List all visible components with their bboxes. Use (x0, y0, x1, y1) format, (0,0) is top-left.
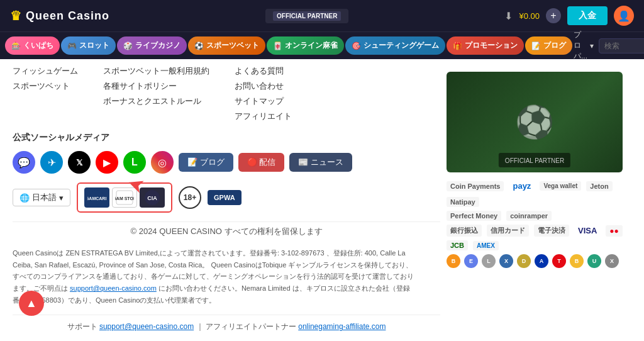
mastercard-icon: ●● (606, 225, 623, 237)
sidebar-item-live[interactable]: 🎲 ライブカジノ (117, 36, 187, 55)
cia-badge[interactable]: CIA (140, 187, 165, 208)
logo[interactable]: ♛ Queen Casino (10, 8, 109, 23)
sidebar-item-promo[interactable]: 🎁 プロモーション (447, 36, 524, 55)
payment-row-3: 銀行振込 信用カード 電子決済 VISA ●● (447, 225, 623, 237)
usdt-icon: U (587, 254, 601, 268)
fish-game-link[interactable]: フィッシュゲーム (13, 65, 78, 77)
two-column-layout: フィッシュゲーム スポーツベット スポーツベット一般利用規約 各種サイトポリシー… (13, 65, 631, 332)
site-policy-link[interactable]: 各種サイトポリシー (103, 81, 209, 92)
amex-icon: AMEX (473, 241, 499, 250)
propa-label: プロパ... (574, 30, 587, 62)
trx-icon: T (552, 254, 566, 268)
header-center: OFFICIAL PARTNER (117, 9, 497, 23)
instagram-icon[interactable]: ◎ (151, 151, 174, 174)
sidebar-item-blog[interactable]: 📝 ブログ (525, 36, 572, 55)
partner-image-area: OFFICIAL PARTNER ⚽ (447, 72, 623, 172)
svg-text:CIA: CIA (147, 195, 157, 201)
balance-display: ¥0.00 (519, 11, 540, 21)
other-crypto-icon: X (605, 254, 619, 268)
affiliate-label: アフィリエイトパートナー (206, 322, 296, 331)
doge-icon: D (517, 254, 531, 268)
social-title: 公式ソーシャルメディア (13, 132, 440, 143)
btc-icon: B (447, 254, 460, 268)
lang-flag-icon: 🌐 (19, 193, 30, 203)
visa-icon: VISA (574, 225, 601, 237)
nav-search-area: プロパ... ▾ (574, 30, 644, 62)
sports-terms-link[interactable]: スポーツベット一般利用規約 (103, 65, 209, 77)
payz-icon: payz (509, 180, 535, 192)
bottom-badges-row: 🌐 日本語 ▾ GAMCARE (13, 182, 440, 213)
links-col-1: フィッシュゲーム スポーツベット (13, 65, 78, 122)
gamstop-logo-icon: GAM STOP (115, 189, 134, 206)
gamstop-badge[interactable]: GAM STOP (112, 187, 137, 208)
promo-label: プロモーション (465, 40, 518, 51)
sidebar-item-mahjong[interactable]: 🀄 オンライン麻雀 (267, 36, 344, 55)
age-restriction-badge: 18+ (179, 186, 201, 209)
line-icon[interactable]: L (123, 151, 146, 174)
affiliate-link[interactable]: アフィリエイト (235, 111, 292, 122)
cia-logo-icon: CIA (142, 189, 163, 206)
propa-menu[interactable]: プロパ... ▾ (574, 30, 594, 62)
sidebar-item-shooting[interactable]: 🎯 シューティングゲーム (345, 36, 445, 55)
user-avatar[interactable]: 👤 (614, 6, 634, 26)
twitter-icon[interactable]: 𝕏 (68, 151, 91, 174)
player-silhouettes: ⚽ (515, 104, 554, 140)
svg-text:GAM STOP: GAM STOP (115, 196, 134, 201)
bonus-rules-link[interactable]: ボーナスとクエストルール (103, 96, 209, 107)
sidebar-item-sports[interactable]: ⚽ スポーツベット (188, 36, 265, 55)
news-button[interactable]: 📰 ニュース (289, 153, 352, 172)
stream-button[interactable]: 🔴 配信 (238, 153, 285, 172)
payment-row-2: Perfect Money coinramper (447, 211, 623, 221)
support-email-link-footer[interactable]: support@queen-casino.com (99, 322, 194, 331)
svg-text:GAMCARE: GAMCARE (87, 196, 106, 201)
discord-icon[interactable]: 💬 (13, 151, 35, 174)
support-label: サポート (67, 322, 97, 331)
gamcare-badge[interactable]: GAMCARE (84, 187, 109, 208)
support-email-link-legal[interactable]: support@queen-casino.com (70, 284, 157, 292)
header-right: ⬇ ¥0.00 + 入金 👤 (504, 6, 634, 26)
crypto-row: B E L X D A T B U X (447, 254, 623, 268)
kuihachi-label: くいぱち (23, 40, 53, 51)
sitemap-link[interactable]: サイトマップ (235, 96, 292, 107)
gpwa-badge[interactable]: GPWA (208, 190, 242, 205)
navbar: 🎰 くいぱち 🎮 スロット 🎲 ライブカジノ ⚽ スポーツベット 🀄 オンライン… (0, 31, 644, 59)
ada-icon: A (535, 254, 548, 268)
main-content: フィッシュゲーム スポーツベット スポーツベット一般利用規約 各種サイトポリシー… (0, 59, 644, 341)
download-icon[interactable]: ⬇ (504, 10, 513, 22)
sports-icon: ⚽ (194, 42, 204, 50)
partner-banner: OFFICIAL PARTNER (265, 9, 348, 23)
sidebar-item-slots[interactable]: 🎮 スロット (61, 36, 116, 55)
header: ♛ Queen Casino OFFICIAL PARTNER ⬇ ¥0.00 … (0, 0, 644, 31)
chevron-icon: ▾ (59, 193, 64, 203)
scroll-to-top-button[interactable]: ▲ (19, 291, 44, 316)
telegram-icon[interactable]: ✈ (40, 151, 63, 174)
bnb-icon: B (570, 254, 584, 268)
jeton-icon: Jeton (586, 181, 612, 191)
footer-support: サポート support@queen-casino.com ｜ アフィリエイトパ… (13, 315, 440, 332)
mahjong-label: オンライン麻雀 (285, 40, 338, 51)
credit-card-icon: 信用カード (487, 225, 529, 237)
blog-label: ブログ (543, 40, 566, 51)
lang-label: 日本語 (32, 192, 57, 203)
chevron-down-icon: ▾ (590, 42, 594, 50)
cert-badges-wrapper: GAMCARE GAM STOP (77, 182, 172, 213)
youtube-icon[interactable]: ▶ (96, 151, 118, 174)
language-selector[interactable]: 🌐 日本語 ▾ (13, 189, 70, 206)
add-funds-button[interactable]: + (546, 8, 561, 23)
perfect-money-icon: Perfect Money (447, 211, 501, 221)
links-col-3: よくある質問 お問い合わせ サイトマップ アフィリエイト (235, 65, 292, 122)
contact-link[interactable]: お問い合わせ (235, 81, 292, 92)
slots-icon: 🎮 (67, 42, 77, 50)
search-input[interactable] (599, 38, 644, 53)
sidebar-item-kuihachi[interactable]: 🎰 くいぱち (5, 36, 60, 55)
eth-icon: E (464, 254, 478, 268)
affiliate-email-link[interactable]: onlinegaming-affiliate.com (298, 322, 386, 331)
blog-button[interactable]: 📝 ブログ (179, 153, 233, 172)
faq-link[interactable]: よくある質問 (235, 65, 292, 77)
e-payment-icon: 電子決済 (534, 225, 569, 237)
sports-bet-link[interactable]: スポーツベット (13, 81, 78, 92)
links-section: フィッシュゲーム スポーツベット スポーツベット一般利用規約 各種サイトポリシー… (13, 65, 440, 122)
social-section: 公式ソーシャルメディア 💬 ✈ 𝕏 ▶ L ◎ 📝 ブログ 🔴 配信 📰 ニュー… (13, 132, 440, 213)
deposit-button[interactable]: 入金 (567, 6, 608, 25)
jcb-icon: JCB (447, 240, 468, 250)
